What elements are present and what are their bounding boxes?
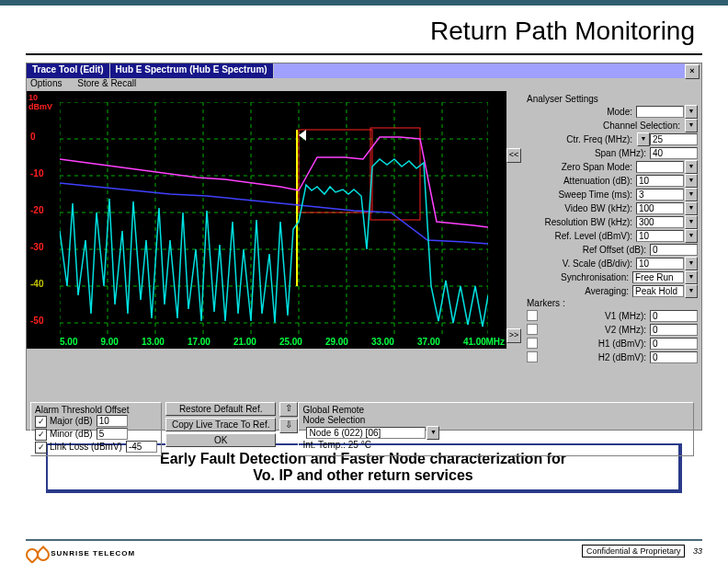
analyser-settings-panel: Analyser Settings Mode:▼ Channel Selecti… [521, 91, 701, 400]
scroll-arrows: << >> [506, 91, 521, 400]
brand-logo: SUNRISE TELECOM [26, 548, 135, 559]
alarm-title: Alarm Threshold Offset [35, 405, 157, 415]
checkbox-v2[interactable] [527, 324, 538, 335]
ctrfreq-label: Ctr. Freq (MHz): [527, 134, 636, 144]
page-title: Return Path Monitoring [0, 6, 728, 53]
refoffset-label: Ref Offset (dB): [527, 245, 650, 255]
markers-section: Markers : V1 (MHz):0 V2 (MHz):0 H1 (dBmV… [527, 298, 698, 363]
chevron-down-icon[interactable]: ▼ [685, 270, 698, 284]
callout-line2: Vo. IP and other return services [55, 467, 671, 484]
rbw-field[interactable]: 300 [636, 216, 684, 228]
logo-icon [26, 548, 48, 559]
sweep-label: Sweep Time (ms): [527, 190, 636, 200]
chevron-down-icon[interactable]: ▼ [685, 174, 698, 188]
h2-field[interactable]: 0 [650, 351, 698, 363]
arrow-left-icon[interactable]: << [506, 148, 521, 163]
chevron-down-icon[interactable]: ▼ [685, 201, 698, 215]
atten-field[interactable]: 10 [636, 175, 684, 187]
rbw-label: Resolution BW (kHz): [527, 217, 636, 227]
avg-field[interactable]: Peak Hold [632, 285, 684, 297]
v2-field[interactable]: 0 [650, 324, 698, 336]
confidential-label: Confidential & Proprietary [582, 545, 686, 557]
y-axis-ticks: 0 -10 -20 -30 -40 -50 [28, 91, 58, 349]
checkbox-v1[interactable] [527, 310, 538, 321]
page-number: 33 [693, 546, 702, 556]
close-icon[interactable]: × [685, 64, 700, 79]
refoffset-field[interactable]: 0 [650, 244, 698, 256]
vscale-label: V. Scale (dB/div): [527, 259, 636, 269]
chevron-down-icon[interactable]: ▼ [685, 215, 698, 229]
chevron-down-icon[interactable]: ▼ [685, 257, 698, 270]
chevron-down-icon[interactable]: ▼ [685, 160, 698, 174]
spectrum-analyzer-window: Trace Tool (Edit) Hub E Spectrum (Hub E … [26, 63, 702, 431]
span-label: Span (MHz): [527, 148, 650, 158]
sync-field[interactable]: Free Run [632, 271, 684, 283]
title-underline [26, 53, 702, 55]
menu-store-recall[interactable]: Store & Recall [77, 78, 136, 88]
remote-title: Global Remote [302, 405, 689, 415]
checkbox-h1[interactable] [527, 338, 538, 349]
ctrfreq-field[interactable]: 25 [650, 133, 698, 145]
title-tab-spectrum[interactable]: Hub E Spectrum (Hub E Spectrum) [110, 63, 274, 78]
checkbox-major[interactable]: ✓ [35, 416, 47, 428]
bottom-toolbar: Alarm Threshold Offset ✓Major (dB)10 ✓Mi… [27, 400, 701, 458]
remote-panel: Global Remote Node Selection Node 6 (022… [298, 402, 694, 456]
settings-header: Analyser Settings [527, 94, 698, 104]
window-titlebar: Trace Tool (Edit) Hub E Spectrum (Hub E … [27, 63, 701, 78]
h1-field[interactable]: 0 [650, 338, 698, 350]
temp-readout: Int. Temp.: 25 °C [302, 440, 689, 450]
checkbox-minor[interactable]: ✓ [35, 429, 47, 441]
checkbox-linkloss[interactable]: ✓ [35, 442, 47, 454]
svg-rect-18 [370, 128, 420, 220]
alarm-threshold-panel: Alarm Threshold Offset ✓Major (dB)10 ✓Mi… [30, 402, 162, 456]
mode-label: Mode: [527, 107, 636, 117]
sweep-field[interactable]: 3 [636, 189, 684, 201]
spectrum-chart [60, 102, 488, 334]
v1-field[interactable]: 0 [650, 310, 698, 322]
mode-field[interactable] [636, 106, 684, 118]
zerospan-field[interactable] [636, 161, 684, 173]
vbw-label: Video BW (kHz): [527, 203, 636, 213]
channel-label: Channel Selection: [527, 121, 684, 131]
markers-label: Markers : [527, 298, 698, 308]
chevron-down-icon[interactable]: ▼ [427, 426, 439, 440]
copy-trace-button[interactable]: Copy Live Trace To Ref. [165, 418, 277, 431]
reflevel-field[interactable]: 10 [636, 230, 684, 242]
footer-rule [26, 539, 702, 541]
span-field[interactable]: 40 [650, 147, 698, 159]
reflevel-label: Ref. Level (dBmV): [527, 231, 636, 241]
linkloss-field[interactable]: -45 [126, 441, 157, 453]
arrow-down-icon[interactable]: ⇩ [279, 419, 298, 433]
arrow-up-icon[interactable]: ⇧ [279, 402, 298, 417]
sync-label: Synchronisation: [527, 272, 632, 282]
menu-options[interactable]: Options [30, 78, 62, 88]
node-select[interactable]: Node 6 (022) [06] [306, 427, 426, 439]
chevron-down-icon[interactable]: ▼ [685, 105, 698, 119]
atten-label: Attenuation (dB): [527, 176, 636, 186]
footer: Confidential & Proprietary 33 [582, 545, 702, 557]
chevron-down-icon[interactable]: ▼ [685, 119, 698, 132]
restore-default-button[interactable]: Restore Default Ref. [165, 402, 277, 416]
chevron-down-icon[interactable]: ▼ [637, 132, 650, 146]
title-tab-trace[interactable]: Trace Tool (Edit) [27, 63, 110, 78]
vscale-field[interactable]: 10 [636, 258, 684, 270]
chevron-down-icon[interactable]: ▼ [685, 284, 698, 298]
chevron-down-icon[interactable]: ▼ [685, 188, 698, 201]
menu-bar: Options Store & Recall [27, 78, 701, 91]
titlebar-filler [274, 63, 685, 78]
zerospan-label: Zero Span Mode: [527, 162, 636, 172]
x-axis-ticks: 5.009.00 13.0017.00 21.0025.00 29.0033.0… [60, 337, 486, 347]
node-title: Node Selection [302, 415, 689, 425]
x-axis-unit: MHz [485, 337, 505, 347]
ok-button[interactable]: OK [165, 433, 277, 447]
chevron-down-icon[interactable]: ▼ [685, 229, 698, 243]
minor-field[interactable]: 5 [97, 428, 128, 440]
vbw-field[interactable]: 100 [636, 202, 684, 214]
major-field[interactable]: 10 [97, 415, 128, 427]
arrow-right-icon[interactable]: >> [506, 328, 521, 343]
avg-label: Averaging: [527, 286, 632, 296]
checkbox-h2[interactable] [527, 351, 538, 362]
spectrum-display: 10dBmV 0 -10 -20 -30 -40 -50 [27, 91, 506, 349]
